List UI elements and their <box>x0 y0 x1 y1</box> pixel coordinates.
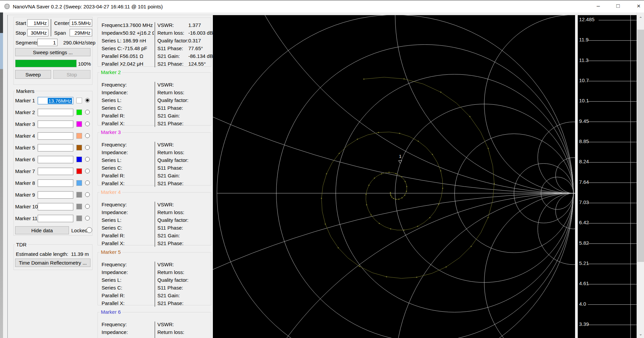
smith-chart-background <box>213 15 575 338</box>
s11-trace-point <box>381 173 382 174</box>
stop-sweep-button[interactable]: Stop <box>53 70 90 79</box>
background-window-strip-gray <box>0 69 3 338</box>
marker-frequency-input[interactable] <box>38 156 73 163</box>
hide-data-button[interactable]: Hide data <box>15 226 69 234</box>
marker-field-label: S21 Gain: <box>157 173 189 178</box>
marker-field-label: Return loss: <box>157 209 189 215</box>
marker-field-label: S21 Gain: <box>157 53 189 59</box>
marker-select-radio[interactable] <box>85 133 90 138</box>
right-chart-tick-label: 3.39 <box>579 321 589 327</box>
marker-field-label: Parallel R: <box>102 293 137 298</box>
right-chart-tick-label: 5.82 <box>579 240 589 246</box>
marker-select-radio[interactable] <box>85 192 90 197</box>
start-input[interactable] <box>27 19 48 27</box>
marker-color-swatch[interactable] <box>76 98 82 103</box>
marker-color-swatch[interactable] <box>76 192 82 198</box>
sweep-settings-button[interactable]: Sweep settings ... <box>15 48 90 56</box>
marker-select-radio[interactable] <box>85 180 90 185</box>
marker-field-label: Impedance: <box>102 149 137 155</box>
marker-row-label: Marker 6 <box>15 157 35 162</box>
marker-select-radio[interactable] <box>85 216 90 221</box>
marker-color-swatch[interactable] <box>76 215 82 221</box>
s11-smith-chart[interactable]: 1 <box>213 15 575 338</box>
right-chart-tick-label: 8.85 <box>579 138 589 144</box>
marker-color-swatch[interactable] <box>76 133 82 139</box>
marker-field-label: Series L: <box>102 38 122 43</box>
marker-frequency-input[interactable] <box>38 168 73 175</box>
s11-trace-point <box>390 192 391 193</box>
marker-field-value: 124.55° <box>188 61 206 67</box>
marker-color-swatch[interactable] <box>76 168 82 174</box>
s11-trace-point <box>366 194 367 195</box>
marker-color-swatch[interactable] <box>76 180 82 186</box>
span-input[interactable] <box>70 29 92 36</box>
tdr-group-title: TDR <box>15 242 28 247</box>
marker-field-label: S21 Phase: <box>157 61 189 67</box>
marker-field-label: Return loss: <box>157 329 189 335</box>
marker-frequency-input[interactable] <box>38 121 73 128</box>
right-chart-tick-label: 7.64 <box>579 179 589 185</box>
segments-input[interactable] <box>37 39 58 46</box>
scrollbar-thumb[interactable] <box>637 30 644 262</box>
marker-select-radio[interactable] <box>85 157 90 162</box>
marker-select-radio[interactable] <box>85 169 90 173</box>
scroll-up-icon[interactable]: ⌃ <box>637 15 644 22</box>
marker-field-label: Parallel R: <box>102 113 137 119</box>
s11-trace-point <box>401 176 402 177</box>
marker-select-radio[interactable] <box>85 204 90 209</box>
s11-trace-point <box>395 173 396 174</box>
marker-frequency-input[interactable] <box>38 109 73 116</box>
marker-color-swatch[interactable] <box>76 204 82 209</box>
marker-field-label: S21 Gain: <box>157 233 189 238</box>
marker-field-label: Frequency: <box>102 322 137 327</box>
s11-trace-point <box>369 185 370 186</box>
s11-trace-point <box>399 133 400 134</box>
marker-field-label: Frequency: <box>102 142 137 147</box>
marker-data-divider <box>155 322 155 338</box>
marker-color-swatch[interactable] <box>76 121 82 127</box>
s11-trace-point <box>405 181 406 182</box>
maximize-button[interactable]: □ <box>610 0 626 12</box>
marker-color-swatch[interactable] <box>76 145 82 150</box>
center-input[interactable] <box>70 19 92 27</box>
marker-frequency-input[interactable] <box>38 215 73 222</box>
marker-data-group-title: Marker 3 <box>100 129 122 135</box>
s11-trace-point <box>374 178 375 179</box>
marker-frequency-input[interactable] <box>38 179 73 187</box>
scroll-down-icon[interactable]: ⌄ <box>637 331 644 337</box>
marker-data-divider <box>155 82 155 127</box>
s11-trace-point <box>404 78 405 79</box>
marker-field-label: S11 Phase: <box>157 225 189 231</box>
marker-frequency-input[interactable] <box>38 203 73 210</box>
marker-field-label: Parallel X: <box>102 180 137 186</box>
marker-select-radio[interactable] <box>85 122 90 126</box>
marker-color-swatch[interactable] <box>76 109 82 115</box>
marker-frequency-input[interactable]: 13.76MHz <box>38 97 73 104</box>
minimize-button[interactable]: – <box>591 0 606 12</box>
s11-trace-point <box>390 193 391 194</box>
close-button[interactable]: × <box>631 0 644 12</box>
s11-trace-point <box>404 230 405 231</box>
marker-field-value: 0.317 <box>188 38 201 43</box>
marker-select-radio[interactable] <box>85 110 90 114</box>
marker-field-value: 2.042 μH <box>123 61 154 67</box>
s11-trace-point <box>442 188 443 189</box>
tdr-button[interactable]: Time Domain Reflectometry ... <box>15 259 90 267</box>
right-edge-chart[interactable]: 12.48511.911.310.710.19.458.858.247.647.… <box>578 15 637 338</box>
title-bar[interactable]: NanoVNA Saver 0.2.2 (Sweep: 2023-04-27 1… <box>0 0 644 12</box>
marker-frequency-input[interactable] <box>38 191 73 199</box>
s11-trace-point <box>469 116 470 117</box>
vertical-scrollbar[interactable]: ⌃ ⌄ <box>637 12 644 338</box>
s11-trace-point <box>446 266 447 267</box>
marker-select-radio[interactable] <box>85 145 90 150</box>
right-chart-background <box>578 15 637 338</box>
sweep-button[interactable]: Sweep <box>15 70 51 79</box>
marker-field-label: Series C: <box>102 105 137 111</box>
marker-frequency-input[interactable] <box>38 144 73 151</box>
marker-frequency-input[interactable] <box>38 132 73 140</box>
marker-field-label: Quality factor: <box>157 217 189 223</box>
stop-input[interactable] <box>27 29 48 36</box>
marker-color-swatch[interactable] <box>76 157 82 162</box>
locked-checkbox[interactable] <box>86 227 92 233</box>
marker-select-radio[interactable] <box>85 98 90 103</box>
